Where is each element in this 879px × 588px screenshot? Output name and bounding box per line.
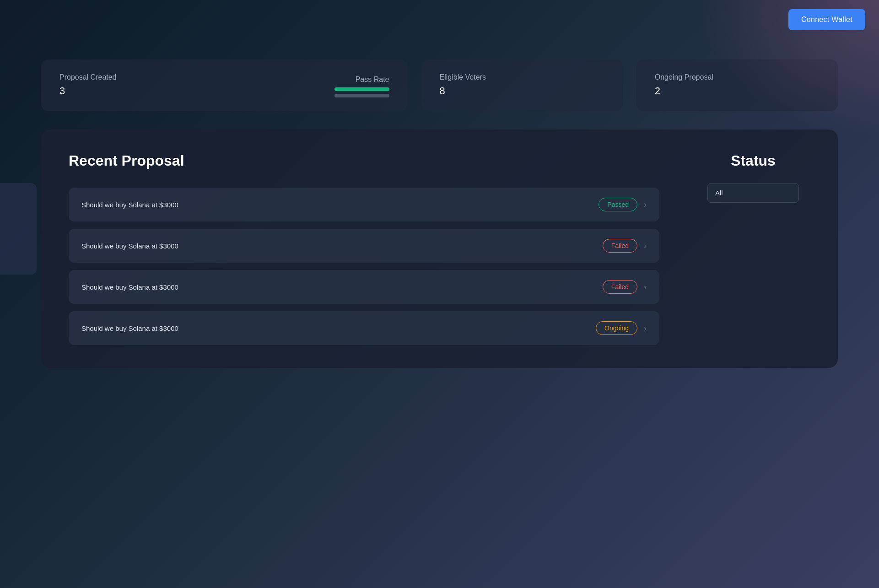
proposal-created-section: Proposal Created 3	[59, 73, 117, 97]
proposal-text: Should we buy Solana at $3000	[81, 242, 178, 250]
status-badge-passed: Passed	[599, 198, 637, 211]
status-title: Status	[731, 152, 776, 169]
chevron-right-icon: ›	[644, 200, 647, 210]
proposal-item[interactable]: Should we buy Solana at $3000 Failed ›	[69, 229, 659, 263]
status-badge-failed: Failed	[603, 280, 637, 294]
stats-row: Proposal Created 3 Pass Rate Eligible Vo…	[41, 59, 838, 111]
pass-rate-label: Pass Rate	[356, 76, 389, 84]
proposal-text: Should we buy Solana at $3000	[81, 283, 178, 291]
sidebar	[0, 183, 37, 275]
proposal-created-value: 3	[59, 85, 117, 97]
eligible-voters-card: Eligible Voters 8	[421, 59, 623, 111]
proposal-list: Should we buy Solana at $3000 Passed › S…	[69, 188, 659, 345]
progress-bar-green	[334, 87, 389, 91]
header: Connect Wallet	[0, 0, 879, 39]
status-filter-dropdown[interactable]: AllPassedFailedOngoing	[707, 183, 799, 203]
chevron-right-icon: ›	[644, 324, 647, 333]
proposal-right: Passed ›	[599, 198, 647, 211]
status-badge-failed: Failed	[603, 239, 637, 253]
main-content: Proposal Created 3 Pass Rate Eligible Vo…	[41, 59, 838, 368]
bottom-section: Recent Proposal Should we buy Solana at …	[41, 129, 838, 368]
proposal-item[interactable]: Should we buy Solana at $3000 Ongoing ›	[69, 311, 659, 345]
proposal-text: Should we buy Solana at $3000	[81, 324, 178, 332]
progress-bar-gray	[334, 94, 389, 97]
ongoing-proposal-card: Ongoing Proposal 2	[636, 59, 838, 111]
connect-wallet-button[interactable]: Connect Wallet	[788, 9, 865, 30]
proposal-right: Failed ›	[603, 280, 647, 294]
proposal-item[interactable]: Should we buy Solana at $3000 Failed ›	[69, 270, 659, 304]
proposal-right: Failed ›	[603, 239, 647, 253]
progress-bars	[334, 87, 389, 97]
status-column: Status AllPassedFailedOngoing	[696, 152, 810, 345]
pass-rate-section: Pass Rate	[334, 73, 389, 97]
proposal-created-label: Proposal Created	[59, 73, 117, 81]
eligible-voters-value: 8	[440, 85, 604, 97]
ongoing-proposal-label: Ongoing Proposal	[655, 73, 820, 81]
status-badge-ongoing: Ongoing	[596, 321, 637, 335]
proposals-column: Recent Proposal Should we buy Solana at …	[69, 152, 659, 345]
proposal-item[interactable]: Should we buy Solana at $3000 Passed ›	[69, 188, 659, 221]
chevron-right-icon: ›	[644, 282, 647, 292]
proposal-right: Ongoing ›	[596, 321, 647, 335]
proposal-text: Should we buy Solana at $3000	[81, 201, 178, 209]
chevron-right-icon: ›	[644, 241, 647, 251]
recent-proposals-title: Recent Proposal	[69, 152, 659, 169]
eligible-voters-label: Eligible Voters	[440, 73, 604, 81]
proposal-passrate-card: Proposal Created 3 Pass Rate	[41, 59, 408, 111]
ongoing-proposal-value: 2	[655, 85, 820, 97]
